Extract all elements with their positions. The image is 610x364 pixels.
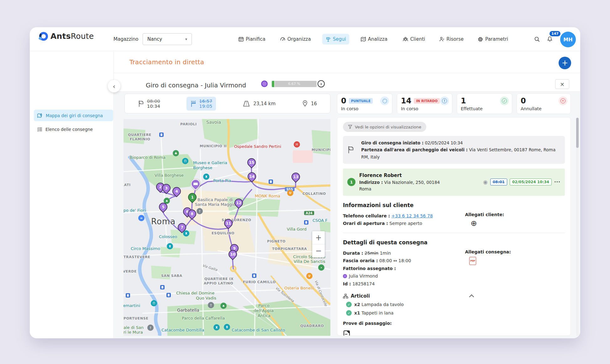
calendar-icon xyxy=(238,36,244,42)
train-station-icon xyxy=(252,273,256,278)
stat-stops: 16 xyxy=(302,100,317,107)
article-name: Lampada da tavolo xyxy=(361,302,404,307)
chevron-left-icon: ‹ xyxy=(113,82,116,90)
actual-time-badge[interactable]: 02/05/2024 10:34 xyxy=(510,179,552,185)
driver-color-dot xyxy=(261,81,268,87)
courier-label: Fattorino assegnato : xyxy=(343,266,396,271)
circo-massimo-marker[interactable]: ♜ xyxy=(167,243,173,249)
train-station-icon xyxy=(269,179,273,184)
tab-analizza-label: Analizza xyxy=(368,36,387,42)
train-station-icon xyxy=(126,293,130,298)
add-attachment-button[interactable]: ⊕ xyxy=(471,219,504,228)
church-marker[interactable]: † xyxy=(197,208,203,214)
sitemap-icon xyxy=(343,294,348,299)
trip-start-info: Giro di consegna iniziato : 02/05/2024 1… xyxy=(343,136,565,164)
tile-effettuate: 1 Effettuate ✓ xyxy=(457,93,512,114)
address-line2: Roma xyxy=(359,186,371,191)
time-window-value: 08:00 ↔ 18:00 xyxy=(379,258,411,263)
scrollbar-thumb[interactable] xyxy=(576,118,579,148)
tile-value: 0 xyxy=(521,96,526,105)
nav-risorse-label: Risorse xyxy=(446,36,464,42)
warehouse-label: Magazzino xyxy=(113,36,138,42)
antsroute-logo-icon xyxy=(39,32,48,41)
planned-time-badge[interactable]: 08:01 xyxy=(490,179,507,185)
next-route-button[interactable]: › xyxy=(318,80,325,87)
record-icon: ◉ xyxy=(483,179,488,185)
signpost-icon xyxy=(325,36,331,42)
id-value: 18258174 xyxy=(352,281,375,286)
delivery-section-heading: Dettagli di questa consegna xyxy=(343,239,565,246)
check-icon: ✓ xyxy=(346,302,352,307)
article-item: ✓ x2 Lampada da tavolo xyxy=(346,302,565,307)
articles-heading: Articoli xyxy=(351,293,370,299)
zoom-out-button[interactable]: − xyxy=(312,244,325,257)
museum-marker[interactable]: Π xyxy=(151,300,157,306)
restaurant-marker[interactable]: Ψ xyxy=(306,273,313,279)
end-actual-time: 19:05 xyxy=(199,104,213,109)
church-marker[interactable]: † xyxy=(147,325,154,331)
more-options-button[interactable]: ··· xyxy=(554,179,560,185)
start-planned-time: 08:00 xyxy=(147,99,160,104)
close-panel-button[interactable]: × xyxy=(555,79,569,89)
tile-label: In corso xyxy=(341,106,388,111)
trip-started-value: 02/05/2024 10:34 xyxy=(425,140,463,145)
tile-label: Effettuate xyxy=(461,106,508,111)
restaurant-marker[interactable]: Ψ xyxy=(287,190,293,196)
start-flag-icon xyxy=(138,100,144,107)
museum-marker[interactable]: Π xyxy=(182,158,188,164)
pdf-attachment-icon[interactable]: PDF xyxy=(469,257,476,265)
trip-started-label: Giro di consegna iniziato : xyxy=(361,140,423,145)
porta-pia-marker[interactable]: ♜ xyxy=(203,174,209,180)
stat-distance: 23,14 km xyxy=(242,100,276,107)
search-button[interactable] xyxy=(534,27,540,51)
address-line1: Via Nazionale, 250, 00184 xyxy=(384,180,440,185)
map-pin-icon xyxy=(37,113,43,118)
nav-parametri[interactable]: Parametri xyxy=(474,34,511,45)
catacombe-marker[interactable]: ♜ xyxy=(224,324,230,330)
signature-icon[interactable] xyxy=(343,330,351,336)
status-badge: PUNTUALE xyxy=(349,98,373,104)
tab-segui[interactable]: Segui xyxy=(322,34,349,44)
gauge-icon xyxy=(280,36,286,42)
warehouse-select[interactable]: Nancy ▾ xyxy=(143,33,192,45)
shopping-marker[interactable]: ≡ xyxy=(138,215,145,221)
collapse-chevron-icon[interactable] xyxy=(469,294,474,299)
delivery-detail-panel: Vedi le opzioni di visualizzazione Giro … xyxy=(337,117,571,336)
zoo-paw-marker[interactable]: ♣ xyxy=(173,150,179,156)
church-marker[interactable]: † xyxy=(208,302,214,308)
back-button[interactable]: ‹ xyxy=(108,80,120,92)
zoom-in-button[interactable]: + xyxy=(312,231,325,244)
route-title: Giro di consegna - Julia Virmond xyxy=(146,81,246,89)
nav-risorse[interactable]: Risorse xyxy=(436,34,467,44)
park-dot-marker[interactable]: • xyxy=(318,264,324,271)
add-button[interactable]: + xyxy=(559,57,571,69)
hospital-marker[interactable]: H xyxy=(294,141,300,148)
gear-icon xyxy=(477,36,483,42)
sidebar-item-mappa[interactable]: Mappa dei giri di consegna xyxy=(34,110,113,121)
train-station-icon xyxy=(166,293,171,297)
delivery-map[interactable]: PARIOLISavoiaQUARTIEREFLAMINIOMUNICIPIO … xyxy=(124,119,330,336)
route-progress-bar[interactable]: 6.67 % xyxy=(272,81,317,87)
tile-value: 14 xyxy=(401,96,411,105)
display-options-button[interactable]: Vedi le opzioni di visualizzazione xyxy=(343,122,426,132)
stop-row-florence-robert[interactable]: 1 Florence Robert Indirizzo : Via Nazion… xyxy=(343,169,565,196)
antsroute-logo[interactable]: AntsRoute xyxy=(39,32,94,41)
tile-label: In corso xyxy=(401,106,448,111)
client-section-heading: Informazioni sul cliente xyxy=(343,202,565,208)
phone-link[interactable]: +33 6 12 34 56 78 xyxy=(392,213,433,218)
sidebar-item-elenco[interactable]: Elenco delle consegne xyxy=(34,123,113,135)
tab-organizza[interactable]: Organizza xyxy=(277,34,314,44)
tab-analizza[interactable]: Analizza xyxy=(357,34,391,44)
avatar[interactable]: MH xyxy=(560,32,576,47)
finish-flag-icon xyxy=(190,100,197,107)
article-item: ✓ x1 Tappeti in lana xyxy=(346,310,565,316)
panel-scrollbar[interactable] xyxy=(576,117,579,336)
check-circle-icon: ✓ xyxy=(500,96,509,105)
train-station-icon xyxy=(304,220,308,225)
tab-pianifica[interactable]: Pianifica xyxy=(235,34,269,44)
catacombe-marker[interactable]: ♜ xyxy=(213,324,220,330)
park-marker[interactable]: ♠ xyxy=(220,303,227,309)
duration-label: Durata : xyxy=(343,251,363,256)
checklist-icon xyxy=(37,127,43,132)
nav-clienti[interactable]: Clienti xyxy=(399,34,429,44)
